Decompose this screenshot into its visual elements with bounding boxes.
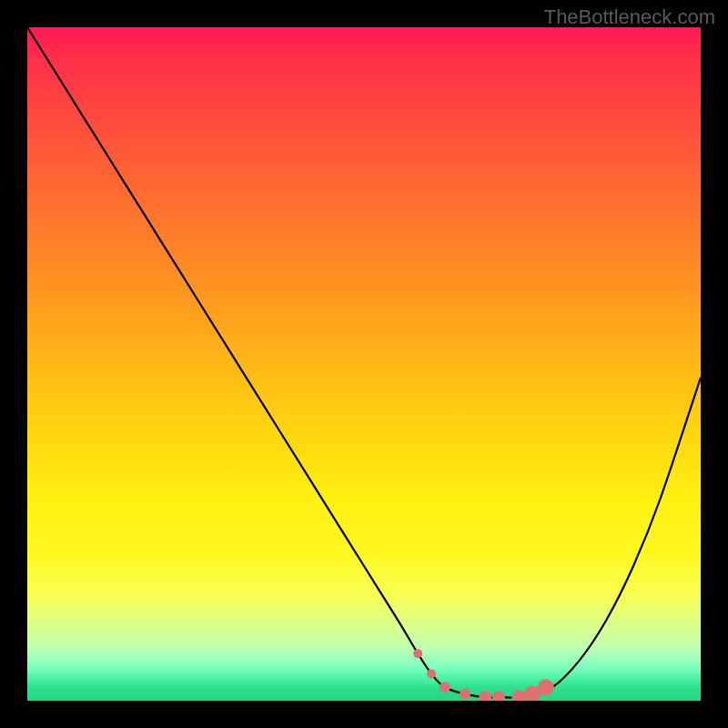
curve-svg bbox=[27, 27, 701, 701]
chart-container: TheBottleneck.com bbox=[0, 0, 728, 728]
attribution-text: TheBottleneck.com bbox=[544, 5, 715, 29]
bottleneck-curve bbox=[27, 27, 701, 698]
marker-dot bbox=[511, 690, 526, 701]
marker-dot bbox=[460, 689, 470, 700]
highlight-markers bbox=[413, 649, 554, 701]
plot-area bbox=[27, 27, 701, 701]
marker-dot bbox=[479, 691, 491, 701]
marker-dot bbox=[538, 679, 554, 695]
marker-dot bbox=[427, 669, 436, 678]
marker-dot bbox=[492, 691, 505, 701]
marker-dot bbox=[413, 649, 422, 658]
marker-dot bbox=[440, 682, 450, 693]
